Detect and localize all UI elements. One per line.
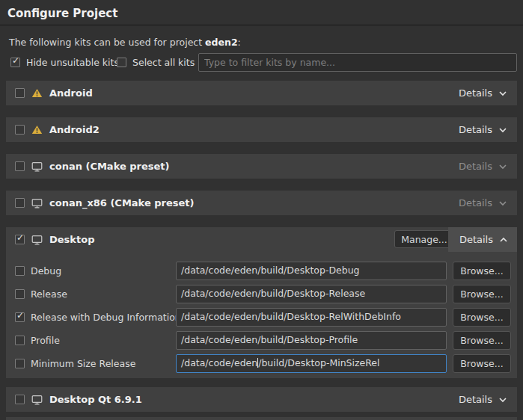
config-label: Release [31,288,67,300]
checkbox-label: Select all kits [132,57,195,68]
config-checkbox[interactable]: ✓ [15,312,25,322]
title-separator [0,25,523,25]
warning-icon [31,125,43,135]
browse-button-profile[interactable]: Browse... [453,331,511,350]
details-label: Details [459,124,492,135]
details-label: Details [459,87,492,99]
details-label: Details [459,234,493,245]
details-label: Details [459,161,492,172]
config-checkbox[interactable]: ✓ [15,266,25,276]
details-toggle[interactable]: Details [449,191,517,215]
config-checkbox[interactable]: ✓ [15,336,25,345]
config-row-debug: ✓ Debug /data/code/eden/build/Desktop-De… [6,262,517,280]
kit-name: Desktop [49,234,94,245]
kit-checkbox[interactable]: ✓ [15,235,25,244]
manage-kits-button[interactable]: Manage... [394,230,454,248]
filter-controls: ✓ Hide unsuitable kits ✓ Select all kits [10,53,517,72]
desktop-icon [31,395,43,405]
intro-suffix: : [238,37,241,48]
details-label: Details [459,394,492,405]
chevron-down-icon [498,164,507,170]
checkbox-label: Hide unsuitable kits [26,57,119,68]
page-title: Configure Project [7,7,117,20]
checkbox[interactable]: ✓ [10,58,20,67]
config-label: Debug [31,265,61,277]
kit-name: Android [49,87,93,99]
path-input-debug[interactable]: /data/code/eden/build/Desktop-Debug [176,262,447,280]
desktop-icon [31,235,43,245]
browse-button-minsizerel[interactable]: Browse... [453,354,511,373]
check-icon: ✓ [16,311,24,321]
kit-row-conan-x86: ✓ conan_x86 (CMake preset) Details [6,191,517,215]
chevron-down-icon [498,90,507,96]
kit-row-android2: ✓ Android2 Details [6,117,517,142]
kit-checkbox[interactable]: ✓ [15,198,25,208]
config-checkbox[interactable]: ✓ [15,289,25,299]
configure-project-page: Configure Project The following kits can… [0,0,523,420]
kit-checkbox[interactable]: ✓ [15,125,25,135]
project-name: eden2 [205,37,238,48]
kit-row-conan: ✓ conan (CMake preset) Details [6,154,517,179]
browse-button-relwithdebinfo[interactable]: Browse... [453,308,511,327]
desktop-icon [31,161,43,172]
kit-checkbox[interactable]: ✓ [15,395,25,404]
kit-row-android: ✓ Android Details [6,81,517,105]
details-toggle[interactable]: Details [448,227,517,252]
kit-row-desktop: ✓ Desktop Manage... Details [6,227,517,252]
path-input-minsizerel[interactable]: /data/code/eden/build/Desktop-MinSizeRel [176,354,447,373]
path-input-relwithdebinfo[interactable]: /data/code/eden/build/Desktop-RelWithDeb… [176,308,447,327]
kit-checkbox[interactable]: ✓ [15,88,25,98]
path-input-release[interactable]: /data/code/eden/build/Desktop-Release [176,285,447,303]
config-label: Profile [31,335,60,346]
config-label: Minimum Size Release [31,358,135,369]
chevron-up-icon [499,237,508,243]
chevron-down-icon [498,397,507,403]
desktop-icon [31,198,43,209]
kit-name: Desktop Qt 6.9.1 [49,394,142,405]
kit-filter-input[interactable] [198,53,517,72]
details-label: Details [459,197,492,209]
intro-text: The following kits can be used for proje… [9,37,241,48]
kit-row-desktop-qt: ✓ Desktop Qt 6.9.1 Details [6,387,517,412]
kit-name: conan_x86 (CMake preset) [49,197,195,209]
kit-section-desktop: ✓ Desktop Manage... Details ✓ Debug /dat… [6,227,517,378]
config-checkbox[interactable]: ✓ [15,359,25,368]
chevron-down-icon [498,127,507,133]
config-row-release: ✓ Release /data/code/eden/build/Desktop-… [6,285,517,303]
details-toggle[interactable]: Details [449,387,517,412]
details-toggle[interactable]: Details [449,154,517,179]
hide-unsuitable-kits-checkbox[interactable]: ✓ Hide unsuitable kits [10,53,119,72]
kit-name: Android2 [49,124,100,135]
browse-button-debug[interactable]: Browse... [453,262,511,280]
check-icon: ✓ [16,233,24,243]
details-toggle[interactable]: Details [449,117,517,142]
next-kit-row-partial [6,417,517,420]
browse-button-release[interactable]: Browse... [453,285,511,303]
kit-name: conan (CMake preset) [49,161,170,172]
select-all-kits-checkbox[interactable]: ✓ Select all kits [117,53,195,72]
config-row-profile: ✓ Profile /data/code/eden/build/Desktop-… [6,331,517,350]
checkbox[interactable]: ✓ [117,58,126,67]
config-row-relwithdebinfo: ✓ Release with Debug Information /data/c… [6,308,517,327]
chevron-down-icon [498,200,507,206]
check-icon: ✓ [12,56,19,66]
warning-icon [31,88,43,98]
config-label: Release with Debug Information [31,312,181,323]
kit-checkbox[interactable]: ✓ [15,161,25,171]
path-input-profile[interactable]: /data/code/eden/build/Desktop-Profile [176,331,447,350]
config-row-minsizerel: ✓ Minimum Size Release /data/code/eden/b… [6,354,517,373]
intro-prefix: The following kits can be used for proje… [9,37,205,48]
details-toggle[interactable]: Details [449,81,517,105]
